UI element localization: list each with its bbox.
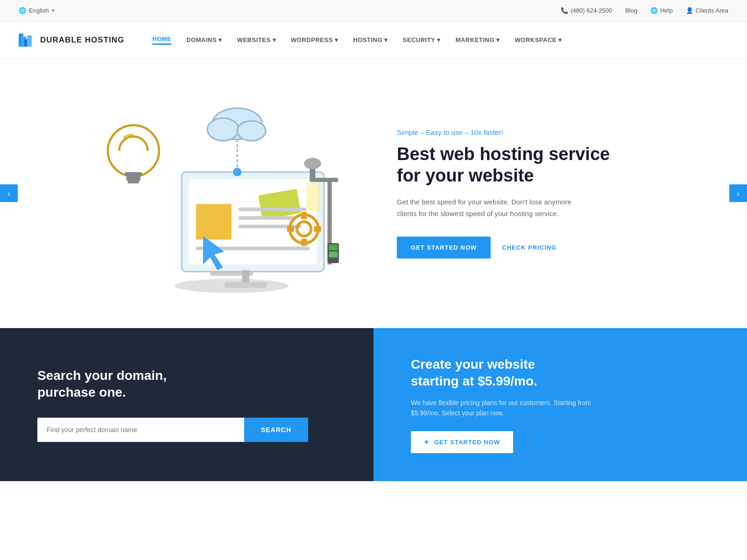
chevron-down-icon: ▾ (437, 36, 441, 43)
svg-rect-11 (239, 216, 296, 220)
chevron-down-icon: ▾ (335, 36, 338, 43)
nav-websites[interactable]: WEBSITES ▾ (237, 36, 276, 43)
svg-rect-33 (127, 176, 141, 181)
logo[interactable]: DURABLE HOSTING (19, 32, 124, 49)
svg-rect-19 (301, 212, 307, 219)
svg-rect-29 (329, 245, 338, 250)
hero-description: Get the best speed for your website. Don… (397, 196, 574, 220)
domain-search-form: SEARCH (37, 418, 308, 442)
hero-section: ‹ (0, 59, 747, 328)
svg-rect-8 (196, 204, 232, 239)
nav-wordpress[interactable]: WORDPRESS ▾ (291, 36, 338, 43)
logo-text: DURABLE HOSTING (40, 35, 124, 45)
phone-icon: 📞 (561, 7, 568, 14)
website-promo-section: Create your websitestarting at $5.99/mo.… (374, 328, 747, 482)
svg-point-31 (108, 125, 159, 176)
nav-marketing[interactable]: MARKETING ▾ (456, 36, 500, 43)
user-icon: 👤 (686, 7, 693, 14)
get-started-button[interactable]: GET STARTED NOW (397, 237, 491, 259)
chevron-down-icon: ▾ (558, 36, 562, 43)
top-bar-right: 📞 (480) 624-2500 Blog 🌐 Help 👤 Clients A… (561, 7, 728, 14)
website-get-started-button[interactable]: ✈ GET STARTED NOW (411, 431, 513, 453)
language-label: English (29, 7, 49, 14)
help-icon: 🌐 (650, 7, 658, 14)
domain-section: Search your domain,purchase one. SEARCH (0, 328, 374, 482)
svg-rect-16 (225, 282, 267, 288)
svg-rect-22 (314, 226, 321, 231)
hero-tagline: Simple – Easy to use – 10x faster! (397, 128, 710, 136)
help-link[interactable]: 🌐 Help (650, 7, 673, 14)
chevron-down-icon: ▾ (496, 36, 500, 43)
chevron-down-icon: ▾ (218, 36, 222, 43)
svg-point-37 (237, 121, 266, 141)
carousel-next-button[interactable]: › (729, 184, 747, 202)
top-bar: 🌐 English ▾ 📞 (480) 624-2500 Blog 🌐 Help… (0, 0, 747, 21)
language-selector[interactable]: 🌐 English ▾ (19, 7, 54, 14)
nav-links: HOME DOMAINS ▾ WEBSITES ▾ WORDPRESS ▾ HO… (152, 35, 562, 45)
svg-rect-20 (301, 239, 307, 246)
carousel-prev-button[interactable]: ‹ (0, 184, 18, 202)
svg-rect-27 (306, 183, 320, 211)
svg-rect-3 (27, 35, 32, 47)
hero-buttons: GET STARTED NOW CHECK PRICING (397, 237, 710, 259)
chevron-down-icon: ▾ (384, 36, 388, 43)
domain-search-input[interactable] (37, 418, 244, 442)
svg-rect-30 (329, 252, 338, 257)
website-promo-title: Create your websitestarting at $5.99/mo. (411, 356, 710, 390)
hero-content: Simple – Easy to use – 10x faster! Best … (359, 128, 710, 258)
hero-illustration (47, 87, 359, 300)
nav-home[interactable]: HOME (152, 35, 171, 45)
svg-point-36 (207, 118, 239, 141)
nav-security[interactable]: SECURITY ▾ (403, 36, 441, 43)
nav-domains[interactable]: DOMAINS ▾ (186, 36, 222, 43)
blog-link[interactable]: Blog (625, 7, 637, 14)
svg-rect-34 (128, 181, 139, 183)
chevron-down-icon: ▾ (52, 8, 54, 13)
svg-rect-32 (125, 172, 142, 176)
check-pricing-link[interactable]: CHECK PRICING (502, 244, 557, 251)
rocket-icon: ✈ (424, 439, 430, 446)
website-promo-description: We have flexible pricing plans for our c… (411, 398, 607, 419)
bottom-section: Search your domain,purchase one. SEARCH … (0, 328, 747, 482)
svg-rect-21 (287, 226, 294, 231)
hero-illustration-container (47, 87, 359, 300)
domain-search-button[interactable]: SEARCH (244, 418, 308, 442)
footer-whitespace (0, 481, 747, 560)
svg-rect-10 (239, 208, 306, 211)
nav-hosting[interactable]: HOSTING ▾ (353, 36, 388, 43)
clients-area-link[interactable]: 👤 Clients Area (686, 7, 728, 14)
navbar: DURABLE HOSTING HOME DOMAINS ▾ WEBSITES … (0, 21, 747, 59)
domain-title: Search your domain,purchase one. (37, 367, 336, 401)
nav-workspace[interactable]: WORKSPACE ▾ (515, 36, 562, 43)
svg-point-26 (304, 158, 321, 169)
logo-icon (19, 32, 35, 49)
phone-link[interactable]: 📞 (480) 624-2500 (561, 7, 612, 14)
chevron-down-icon: ▾ (273, 36, 276, 43)
svg-point-39 (233, 168, 241, 176)
hero-title: Best web hosting servicefor your website (397, 144, 710, 186)
globe-icon: 🌐 (19, 7, 26, 14)
